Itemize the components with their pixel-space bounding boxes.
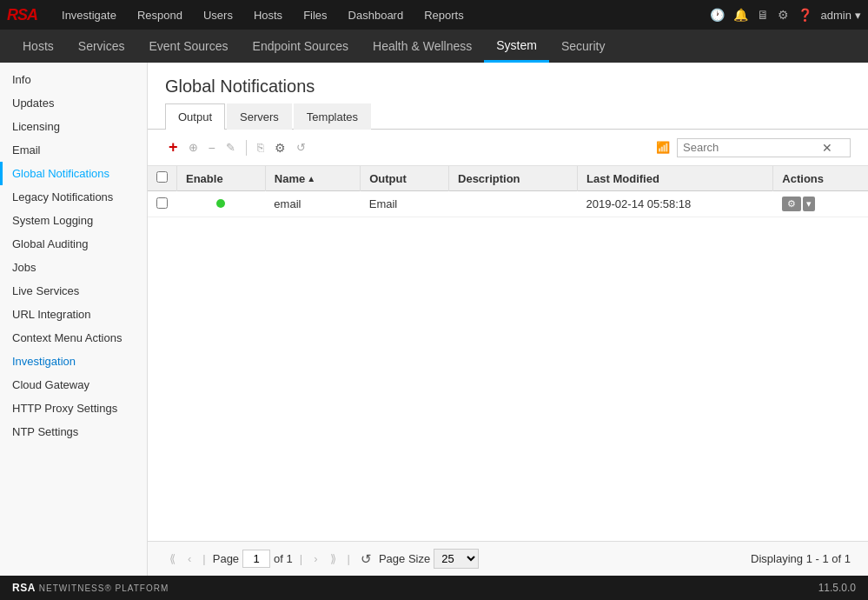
nav-respond[interactable]: Respond bbox=[127, 0, 193, 30]
refresh-button[interactable]: ↺ bbox=[357, 551, 375, 567]
col-header-output: Output bbox=[361, 166, 449, 191]
col-header-enable: Enable bbox=[177, 166, 266, 191]
settings-icon[interactable]: ⚙ bbox=[778, 8, 789, 22]
row-name-cell: email bbox=[265, 191, 360, 217]
sidebar-item-email[interactable]: Email bbox=[0, 138, 147, 162]
second-navigation: Hosts Services Event Sources Endpoint So… bbox=[0, 30, 868, 63]
admin-label: admin bbox=[821, 9, 851, 22]
content-panel: Global Notifications Output Servers Temp… bbox=[148, 63, 868, 576]
row-enable-cell bbox=[177, 191, 266, 217]
sidebar-item-context-menu[interactable]: Context Menu Actions bbox=[0, 326, 147, 350]
toolbar: + ⊕ − ✎ ⎘ ⚙ ↺ 📶 ✕ bbox=[148, 130, 868, 166]
search-input[interactable] bbox=[683, 141, 822, 154]
tab-output[interactable]: Output bbox=[165, 103, 225, 130]
select-all-checkbox[interactable] bbox=[156, 171, 168, 183]
sidebar-item-system-logging[interactable]: System Logging bbox=[0, 209, 147, 232]
tab-templates[interactable]: Templates bbox=[294, 103, 371, 130]
status-bar: RSA NETWITNESS® PLATFORM 11.5.0.0 bbox=[0, 576, 868, 600]
sidebar-item-updates[interactable]: Updates bbox=[0, 91, 147, 115]
sidebar-item-http-proxy[interactable]: HTTP Proxy Settings bbox=[0, 397, 147, 420]
col-header-checkbox bbox=[148, 166, 177, 191]
sort-arrow-icon: ▲ bbox=[307, 174, 315, 183]
last-page-button[interactable]: ⟫ bbox=[326, 550, 341, 567]
main-content: Info Updates Licensing Email Global Noti… bbox=[0, 63, 868, 576]
row-output-cell: Email bbox=[361, 191, 449, 217]
row-action-gear-button[interactable]: ⚙ bbox=[782, 197, 801, 211]
tab-endpoint-sources[interactable]: Endpoint Sources bbox=[241, 30, 361, 63]
sidebar-item-legacy-notifications[interactable]: Legacy Notifications bbox=[0, 185, 147, 209]
row-last-modified-cell: 2019-02-14 05:58:18 bbox=[578, 191, 773, 217]
search-area: ✕ bbox=[677, 138, 851, 157]
gear-button[interactable]: ⚙ bbox=[271, 139, 289, 157]
status-logo: RSA bbox=[12, 582, 36, 594]
nav-dashboard[interactable]: Dashboard bbox=[338, 0, 414, 30]
next-page-button[interactable]: › bbox=[309, 550, 321, 567]
name-sort-control[interactable]: Name ▲ bbox=[275, 172, 351, 185]
separator-1 bbox=[246, 140, 247, 156]
data-table-wrapper: Enable Name ▲ Output Description Last Mo… bbox=[148, 166, 868, 541]
add-button[interactable]: + bbox=[165, 137, 182, 158]
page-size-label: Page Size bbox=[379, 552, 430, 565]
content-tabs: Output Servers Templates bbox=[148, 103, 868, 130]
col-header-description: Description bbox=[449, 166, 578, 191]
nav-reports[interactable]: Reports bbox=[414, 0, 474, 30]
sidebar-item-global-notifications[interactable]: Global Notifications bbox=[0, 162, 147, 185]
copy-button[interactable]: ⎘ bbox=[254, 139, 268, 156]
tab-system[interactable]: System bbox=[484, 30, 549, 63]
nav-hosts[interactable]: Hosts bbox=[243, 0, 293, 30]
search-clear-button[interactable]: ✕ bbox=[822, 141, 832, 155]
col-header-name[interactable]: Name ▲ bbox=[265, 166, 360, 191]
sidebar-item-info[interactable]: Info bbox=[0, 68, 147, 91]
tab-health[interactable]: Health & Wellness bbox=[361, 30, 484, 63]
first-page-button[interactable]: ⟪ bbox=[165, 550, 180, 567]
row-actions-cell: ⚙ ▾ bbox=[773, 191, 868, 217]
nav-investigate[interactable]: Investigate bbox=[51, 0, 127, 30]
server-icon[interactable]: 🖥 bbox=[757, 8, 769, 22]
nav-users[interactable]: Users bbox=[193, 0, 243, 30]
version-label: 11.5.0.0 bbox=[818, 582, 856, 594]
row-action-dropdown-button[interactable]: ▾ bbox=[803, 197, 815, 211]
pagination: ⟪ ‹ | Page of 1 | › ⟫ | ↺ Page Size 10 2… bbox=[148, 541, 868, 576]
edit-button[interactable]: ✎ bbox=[222, 139, 239, 156]
sidebar-item-ntp-settings[interactable]: NTP Settings bbox=[0, 420, 147, 443]
displaying-label: Displaying 1 - 1 of 1 bbox=[751, 552, 851, 565]
top-navigation: RSA Investigate Respond Users Hosts File… bbox=[0, 0, 868, 30]
sidebar-item-licensing[interactable]: Licensing bbox=[0, 115, 147, 138]
prev-page-button[interactable]: ‹ bbox=[183, 550, 195, 567]
page-size-select[interactable]: 10 25 50 100 bbox=[434, 549, 479, 569]
tab-event-sources[interactable]: Event Sources bbox=[136, 30, 240, 63]
sidebar-item-global-auditing[interactable]: Global Auditing bbox=[0, 232, 147, 256]
refresh-toolbar-button[interactable]: ↺ bbox=[293, 139, 309, 156]
nav-files[interactable]: Files bbox=[293, 0, 337, 30]
admin-chevron: ▾ bbox=[855, 9, 861, 22]
sidebar-item-url-integration[interactable]: URL Integration bbox=[0, 303, 147, 326]
sidebar-item-cloud-gateway[interactable]: Cloud Gateway bbox=[0, 373, 147, 397]
filter-wifi-icon[interactable]: 📶 bbox=[653, 139, 673, 156]
page-number-input[interactable] bbox=[242, 550, 270, 568]
tab-servers[interactable]: Servers bbox=[227, 103, 292, 130]
notifications-table: Enable Name ▲ Output Description Last Mo… bbox=[148, 166, 868, 217]
page-title: Global Notifications bbox=[165, 77, 851, 97]
page-label: Page bbox=[213, 552, 239, 565]
col-header-actions: Actions bbox=[773, 166, 868, 191]
tab-hosts[interactable]: Hosts bbox=[10, 30, 66, 63]
content-header: Global Notifications bbox=[148, 63, 868, 103]
sidebar: Info Updates Licensing Email Global Noti… bbox=[0, 63, 148, 576]
sidebar-item-live-services[interactable]: Live Services bbox=[0, 279, 147, 303]
clock-icon[interactable]: 🕐 bbox=[710, 8, 725, 22]
table-header-row: Enable Name ▲ Output Description Last Mo… bbox=[148, 166, 868, 191]
circle-add-icon: ⊕ bbox=[185, 139, 202, 156]
tab-services[interactable]: Services bbox=[66, 30, 137, 63]
sidebar-item-jobs[interactable]: Jobs bbox=[0, 256, 147, 279]
col-header-last-modified: Last Modified bbox=[578, 166, 773, 191]
rsa-logo: RSA bbox=[7, 6, 37, 24]
admin-menu[interactable]: admin ▾ bbox=[821, 9, 861, 22]
enabled-indicator bbox=[216, 199, 225, 208]
bell-icon[interactable]: 🔔 bbox=[733, 8, 748, 22]
row-checkbox[interactable] bbox=[156, 197, 168, 209]
help-icon[interactable]: ❓ bbox=[798, 8, 812, 22]
row-checkbox-cell bbox=[148, 191, 177, 217]
tab-security[interactable]: Security bbox=[549, 30, 618, 63]
sidebar-item-investigation[interactable]: Investigation bbox=[0, 350, 147, 373]
delete-button[interactable]: − bbox=[205, 139, 219, 157]
